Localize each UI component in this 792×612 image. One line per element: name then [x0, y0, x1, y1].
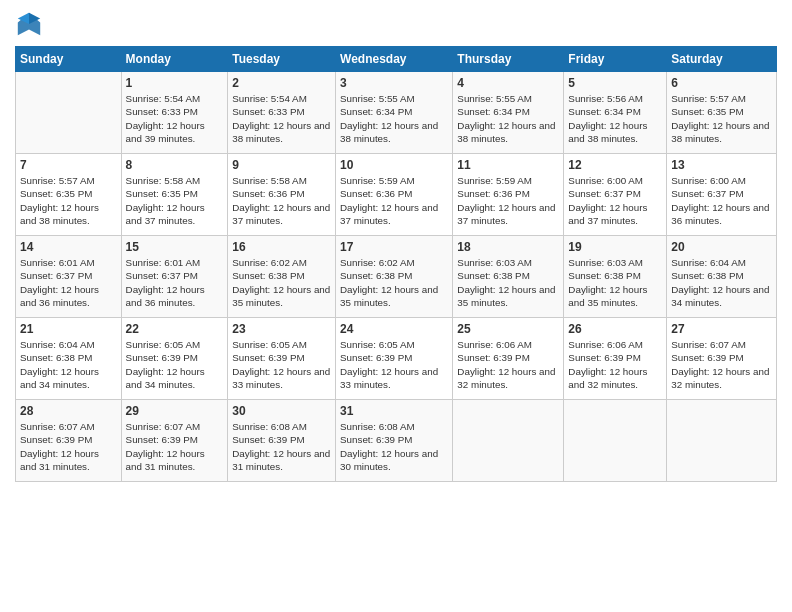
cell-info: Sunrise: 5:55 AMSunset: 6:34 PMDaylight:… — [457, 92, 559, 145]
cell-5-2: 29Sunrise: 6:07 AMSunset: 6:39 PMDayligh… — [121, 400, 228, 482]
logo-icon — [15, 10, 43, 38]
cell-day-number: 15 — [126, 239, 224, 255]
day-header-wednesday: Wednesday — [336, 47, 453, 72]
cell-day-number: 10 — [340, 157, 448, 173]
cell-day-number: 17 — [340, 239, 448, 255]
cell-4-3: 23Sunrise: 6:05 AMSunset: 6:39 PMDayligh… — [228, 318, 336, 400]
cell-3-7: 20Sunrise: 6:04 AMSunset: 6:38 PMDayligh… — [667, 236, 777, 318]
cell-4-2: 22Sunrise: 6:05 AMSunset: 6:39 PMDayligh… — [121, 318, 228, 400]
cell-info: Sunrise: 5:59 AMSunset: 6:36 PMDaylight:… — [340, 174, 448, 227]
cell-5-1: 28Sunrise: 6:07 AMSunset: 6:39 PMDayligh… — [16, 400, 122, 482]
cell-day-number: 7 — [20, 157, 117, 173]
day-header-sunday: Sunday — [16, 47, 122, 72]
cell-day-number: 14 — [20, 239, 117, 255]
cell-3-5: 18Sunrise: 6:03 AMSunset: 6:38 PMDayligh… — [453, 236, 564, 318]
cell-info: Sunrise: 5:55 AMSunset: 6:34 PMDaylight:… — [340, 92, 448, 145]
cell-info: Sunrise: 5:57 AMSunset: 6:35 PMDaylight:… — [20, 174, 117, 227]
cell-4-5: 25Sunrise: 6:06 AMSunset: 6:39 PMDayligh… — [453, 318, 564, 400]
week-row-5: 28Sunrise: 6:07 AMSunset: 6:39 PMDayligh… — [16, 400, 777, 482]
week-row-1: 1Sunrise: 5:54 AMSunset: 6:33 PMDaylight… — [16, 72, 777, 154]
cell-5-7 — [667, 400, 777, 482]
cell-3-4: 17Sunrise: 6:02 AMSunset: 6:38 PMDayligh… — [336, 236, 453, 318]
cell-day-number: 3 — [340, 75, 448, 91]
cell-day-number: 19 — [568, 239, 662, 255]
cell-info: Sunrise: 6:00 AMSunset: 6:37 PMDaylight:… — [671, 174, 772, 227]
cell-4-6: 26Sunrise: 6:06 AMSunset: 6:39 PMDayligh… — [564, 318, 667, 400]
cell-day-number: 30 — [232, 403, 331, 419]
cell-day-number: 4 — [457, 75, 559, 91]
day-header-saturday: Saturday — [667, 47, 777, 72]
cell-day-number: 9 — [232, 157, 331, 173]
cell-3-1: 14Sunrise: 6:01 AMSunset: 6:37 PMDayligh… — [16, 236, 122, 318]
cell-day-number: 20 — [671, 239, 772, 255]
cell-1-5: 4Sunrise: 5:55 AMSunset: 6:34 PMDaylight… — [453, 72, 564, 154]
cell-1-4: 3Sunrise: 5:55 AMSunset: 6:34 PMDaylight… — [336, 72, 453, 154]
cell-day-number: 28 — [20, 403, 117, 419]
cell-info: Sunrise: 6:04 AMSunset: 6:38 PMDaylight:… — [20, 338, 117, 391]
cell-info: Sunrise: 6:03 AMSunset: 6:38 PMDaylight:… — [457, 256, 559, 309]
week-row-4: 21Sunrise: 6:04 AMSunset: 6:38 PMDayligh… — [16, 318, 777, 400]
day-header-monday: Monday — [121, 47, 228, 72]
calendar-table: SundayMondayTuesdayWednesdayThursdayFrid… — [15, 46, 777, 482]
cell-info: Sunrise: 6:06 AMSunset: 6:39 PMDaylight:… — [457, 338, 559, 391]
day-header-tuesday: Tuesday — [228, 47, 336, 72]
cell-1-7: 6Sunrise: 5:57 AMSunset: 6:35 PMDaylight… — [667, 72, 777, 154]
cell-4-4: 24Sunrise: 6:05 AMSunset: 6:39 PMDayligh… — [336, 318, 453, 400]
cell-day-number: 27 — [671, 321, 772, 337]
cell-day-number: 31 — [340, 403, 448, 419]
cell-info: Sunrise: 6:07 AMSunset: 6:39 PMDaylight:… — [126, 420, 224, 473]
cell-info: Sunrise: 5:58 AMSunset: 6:36 PMDaylight:… — [232, 174, 331, 227]
cell-day-number: 22 — [126, 321, 224, 337]
cell-info: Sunrise: 6:05 AMSunset: 6:39 PMDaylight:… — [340, 338, 448, 391]
cell-info: Sunrise: 6:07 AMSunset: 6:39 PMDaylight:… — [671, 338, 772, 391]
cell-info: Sunrise: 6:05 AMSunset: 6:39 PMDaylight:… — [232, 338, 331, 391]
cell-info: Sunrise: 5:56 AMSunset: 6:34 PMDaylight:… — [568, 92, 662, 145]
cell-3-3: 16Sunrise: 6:02 AMSunset: 6:38 PMDayligh… — [228, 236, 336, 318]
cell-1-6: 5Sunrise: 5:56 AMSunset: 6:34 PMDaylight… — [564, 72, 667, 154]
week-row-3: 14Sunrise: 6:01 AMSunset: 6:37 PMDayligh… — [16, 236, 777, 318]
cell-2-3: 9Sunrise: 5:58 AMSunset: 6:36 PMDaylight… — [228, 154, 336, 236]
cell-day-number: 1 — [126, 75, 224, 91]
cell-day-number: 13 — [671, 157, 772, 173]
cell-2-2: 8Sunrise: 5:58 AMSunset: 6:35 PMDaylight… — [121, 154, 228, 236]
cell-1-1 — [16, 72, 122, 154]
cell-day-number: 21 — [20, 321, 117, 337]
cell-day-number: 23 — [232, 321, 331, 337]
cell-3-6: 19Sunrise: 6:03 AMSunset: 6:38 PMDayligh… — [564, 236, 667, 318]
cell-info: Sunrise: 6:08 AMSunset: 6:39 PMDaylight:… — [232, 420, 331, 473]
cell-5-3: 30Sunrise: 6:08 AMSunset: 6:39 PMDayligh… — [228, 400, 336, 482]
cell-4-7: 27Sunrise: 6:07 AMSunset: 6:39 PMDayligh… — [667, 318, 777, 400]
cell-day-number: 8 — [126, 157, 224, 173]
header-row: SundayMondayTuesdayWednesdayThursdayFrid… — [16, 47, 777, 72]
day-header-friday: Friday — [564, 47, 667, 72]
cell-day-number: 16 — [232, 239, 331, 255]
cell-info: Sunrise: 5:59 AMSunset: 6:36 PMDaylight:… — [457, 174, 559, 227]
cell-info: Sunrise: 6:01 AMSunset: 6:37 PMDaylight:… — [20, 256, 117, 309]
cell-info: Sunrise: 5:57 AMSunset: 6:35 PMDaylight:… — [671, 92, 772, 145]
cell-day-number: 2 — [232, 75, 331, 91]
cell-info: Sunrise: 6:01 AMSunset: 6:37 PMDaylight:… — [126, 256, 224, 309]
cell-2-4: 10Sunrise: 5:59 AMSunset: 6:36 PMDayligh… — [336, 154, 453, 236]
cell-5-6 — [564, 400, 667, 482]
cell-info: Sunrise: 6:00 AMSunset: 6:37 PMDaylight:… — [568, 174, 662, 227]
cell-info: Sunrise: 6:04 AMSunset: 6:38 PMDaylight:… — [671, 256, 772, 309]
cell-2-6: 12Sunrise: 6:00 AMSunset: 6:37 PMDayligh… — [564, 154, 667, 236]
cell-day-number: 29 — [126, 403, 224, 419]
cell-info: Sunrise: 5:54 AMSunset: 6:33 PMDaylight:… — [126, 92, 224, 145]
cell-day-number: 18 — [457, 239, 559, 255]
cell-info: Sunrise: 6:08 AMSunset: 6:39 PMDaylight:… — [340, 420, 448, 473]
header — [15, 10, 777, 38]
cell-day-number: 12 — [568, 157, 662, 173]
cell-day-number: 11 — [457, 157, 559, 173]
cell-5-4: 31Sunrise: 6:08 AMSunset: 6:39 PMDayligh… — [336, 400, 453, 482]
logo — [15, 10, 47, 38]
cell-info: Sunrise: 6:02 AMSunset: 6:38 PMDaylight:… — [340, 256, 448, 309]
page: SundayMondayTuesdayWednesdayThursdayFrid… — [0, 0, 792, 612]
cell-5-5 — [453, 400, 564, 482]
cell-info: Sunrise: 6:07 AMSunset: 6:39 PMDaylight:… — [20, 420, 117, 473]
cell-1-2: 1Sunrise: 5:54 AMSunset: 6:33 PMDaylight… — [121, 72, 228, 154]
cell-2-1: 7Sunrise: 5:57 AMSunset: 6:35 PMDaylight… — [16, 154, 122, 236]
cell-info: Sunrise: 6:03 AMSunset: 6:38 PMDaylight:… — [568, 256, 662, 309]
cell-info: Sunrise: 5:58 AMSunset: 6:35 PMDaylight:… — [126, 174, 224, 227]
cell-3-2: 15Sunrise: 6:01 AMSunset: 6:37 PMDayligh… — [121, 236, 228, 318]
